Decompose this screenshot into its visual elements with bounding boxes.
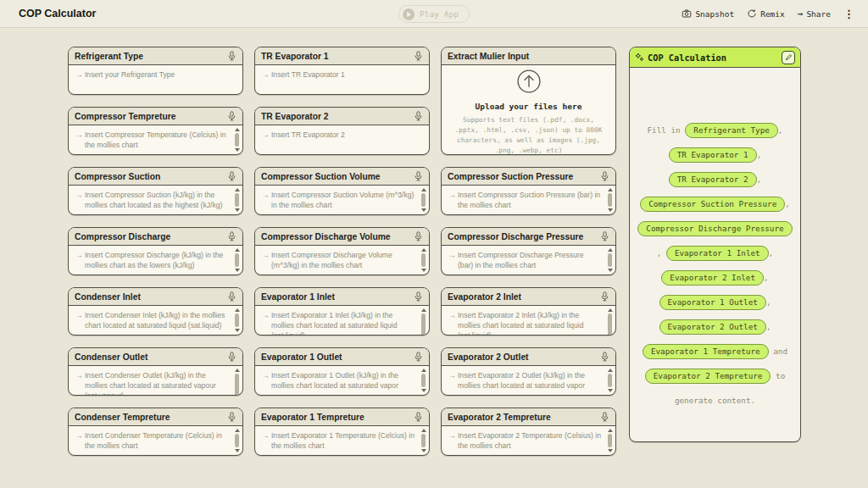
- microphone-icon[interactable]: [600, 411, 609, 423]
- scrollbar[interactable]: [233, 248, 241, 272]
- scrollbar-thumb[interactable]: [608, 434, 612, 447]
- scrollbar[interactable]: [233, 369, 241, 396]
- scrollbar[interactable]: [420, 429, 427, 452]
- field-pill[interactable]: Evaporator 2 Outlet: [659, 319, 766, 335]
- snapshot-button[interactable]: Snapshot: [682, 8, 734, 19]
- text-input-area[interactable]: Insert TR Evaporator 2: [255, 125, 429, 154]
- scroll-up-arrow[interactable]: [235, 128, 240, 131]
- text-input-area[interactable]: Insert Evaporator 2 Outlet (kJ/kg) in th…: [442, 366, 615, 395]
- text-input-area[interactable]: Insert Evaporator 2 Inlet (kJ/kg) in the…: [442, 306, 615, 336]
- text-input-area[interactable]: Insert Compressor Temperature (Celcius) …: [69, 125, 242, 154]
- field-pill[interactable]: Compressor Discharge Pressure: [637, 221, 792, 236]
- scrollbar-thumb[interactable]: [421, 313, 426, 336]
- text-input-area[interactable]: Insert Compressor Suction (kJ/kg) in the…: [69, 186, 242, 214]
- microphone-icon[interactable]: [227, 50, 236, 62]
- text-input-area[interactable]: Insert your Refrigerant Type: [69, 65, 242, 94]
- scroll-down-arrow[interactable]: [421, 449, 426, 452]
- scroll-up-arrow[interactable]: [235, 248, 240, 252]
- scroll-up-arrow[interactable]: [421, 248, 426, 252]
- scrollbar-thumb[interactable]: [235, 434, 239, 447]
- scrollbar-thumb[interactable]: [608, 313, 612, 336]
- text-input-area[interactable]: Insert Evaporator 1 Temperature (Celcius…: [255, 426, 429, 455]
- text-input-area[interactable]: Insert Compressor Suction Volume (m^3/kg…: [255, 186, 429, 214]
- scrollbar[interactable]: [606, 308, 614, 336]
- scrollbar[interactable]: [233, 188, 241, 212]
- scroll-up-arrow[interactable]: [235, 188, 240, 191]
- file-dropzone[interactable]: Upload your files hereSupports text file…: [442, 65, 615, 155]
- scroll-up-arrow[interactable]: [421, 188, 426, 191]
- microphone-icon[interactable]: [600, 170, 609, 182]
- play-app-button[interactable]: Play App: [398, 5, 470, 23]
- field-pill[interactable]: Evaporator 1 Inlet: [666, 246, 769, 261]
- microphone-icon[interactable]: [227, 411, 236, 423]
- kebab-menu-icon[interactable]: ⋮: [843, 8, 854, 20]
- field-pill[interactable]: Compressor Suction Pressure: [640, 197, 785, 212]
- scrollbar-thumb[interactable]: [421, 434, 426, 447]
- text-input-area[interactable]: Insert Compressor Suction Pressure (bar)…: [442, 186, 615, 214]
- field-pill[interactable]: TR Evaporator 2: [669, 172, 757, 187]
- scroll-up-arrow[interactable]: [608, 308, 613, 312]
- scrollbar[interactable]: [606, 248, 614, 272]
- scrollbar-thumb[interactable]: [608, 253, 612, 267]
- scroll-down-arrow[interactable]: [421, 269, 426, 272]
- field-pill[interactable]: Evaporator 2 Tempreture: [645, 369, 771, 384]
- scrollbar-thumb[interactable]: [421, 374, 426, 387]
- text-input-area[interactable]: Insert Condenser Temperature (Celcius) i…: [69, 426, 242, 455]
- scrollbar[interactable]: [420, 248, 427, 272]
- scrollbar[interactable]: [606, 429, 614, 452]
- scrollbar[interactable]: [420, 308, 427, 336]
- scroll-down-arrow[interactable]: [608, 449, 613, 452]
- scrollbar-thumb[interactable]: [421, 253, 426, 267]
- scrollbar-thumb[interactable]: [235, 313, 239, 327]
- scrollbar-thumb[interactable]: [235, 253, 239, 267]
- field-pill[interactable]: TR Evaporator 1: [669, 147, 757, 163]
- scrollbar-thumb[interactable]: [608, 374, 612, 387]
- scrollbar[interactable]: [606, 188, 614, 212]
- microphone-icon[interactable]: [227, 351, 236, 363]
- microphone-icon[interactable]: [414, 411, 423, 423]
- field-pill[interactable]: Refrigerant Type: [685, 123, 778, 138]
- microphone-icon[interactable]: [414, 50, 423, 62]
- microphone-icon[interactable]: [414, 291, 423, 302]
- share-button[interactable]: → Share: [798, 9, 831, 19]
- microphone-icon[interactable]: [227, 230, 236, 242]
- scrollbar[interactable]: [233, 308, 241, 332]
- scrollbar[interactable]: [233, 429, 241, 452]
- scroll-up-arrow[interactable]: [235, 308, 240, 312]
- text-input-area[interactable]: Insert TR Evaporator 1: [255, 65, 429, 94]
- microphone-icon[interactable]: [600, 291, 609, 302]
- microphone-icon[interactable]: [414, 230, 423, 242]
- text-input-area[interactable]: Insert Compressor Discharge (kJ/kg) in t…: [69, 246, 242, 274]
- microphone-icon[interactable]: [414, 351, 423, 363]
- scroll-up-arrow[interactable]: [421, 308, 426, 312]
- scroll-down-arrow[interactable]: [608, 389, 613, 392]
- microphone-icon[interactable]: [600, 230, 609, 242]
- microphone-icon[interactable]: [227, 110, 236, 122]
- scrollbar-thumb[interactable]: [235, 193, 239, 207]
- scroll-up-arrow[interactable]: [421, 369, 426, 372]
- microphone-icon[interactable]: [600, 351, 609, 363]
- text-input-area[interactable]: Insert Evaporator 1 Inlet (kJ/kg) in the…: [255, 306, 429, 336]
- scrollbar[interactable]: [420, 369, 427, 392]
- scroll-down-arrow[interactable]: [235, 269, 240, 272]
- scroll-down-arrow[interactable]: [235, 208, 240, 212]
- scrollbar-thumb[interactable]: [608, 193, 612, 207]
- scroll-down-arrow[interactable]: [421, 208, 426, 212]
- scrollbar[interactable]: [606, 369, 614, 392]
- scroll-down-arrow[interactable]: [235, 329, 240, 332]
- edit-icon[interactable]: [782, 51, 795, 64]
- field-pill[interactable]: Evaporator 2 Inlet: [661, 270, 764, 286]
- scroll-up-arrow[interactable]: [235, 429, 240, 432]
- scroll-up-arrow[interactable]: [608, 188, 613, 191]
- scroll-up-arrow[interactable]: [235, 369, 240, 372]
- scrollbar-thumb[interactable]: [235, 374, 239, 396]
- scroll-down-arrow[interactable]: [421, 389, 426, 392]
- text-input-area[interactable]: Insert Evaporator 2 Temperature (Celsius…: [442, 426, 615, 455]
- text-input-area[interactable]: Insert Evaporator 1 Outlet (kJ/kg) in th…: [255, 366, 429, 395]
- scroll-up-arrow[interactable]: [608, 369, 613, 372]
- text-input-area[interactable]: Insert Compressor Discharge Pressure (ba…: [442, 246, 615, 274]
- field-pill[interactable]: Evaporator 1 Outlet: [659, 295, 766, 310]
- scroll-up-arrow[interactable]: [608, 429, 613, 432]
- scroll-down-arrow[interactable]: [235, 148, 240, 152]
- text-input-area[interactable]: Insert Compressor Discharge Volume (m^3/…: [255, 246, 429, 274]
